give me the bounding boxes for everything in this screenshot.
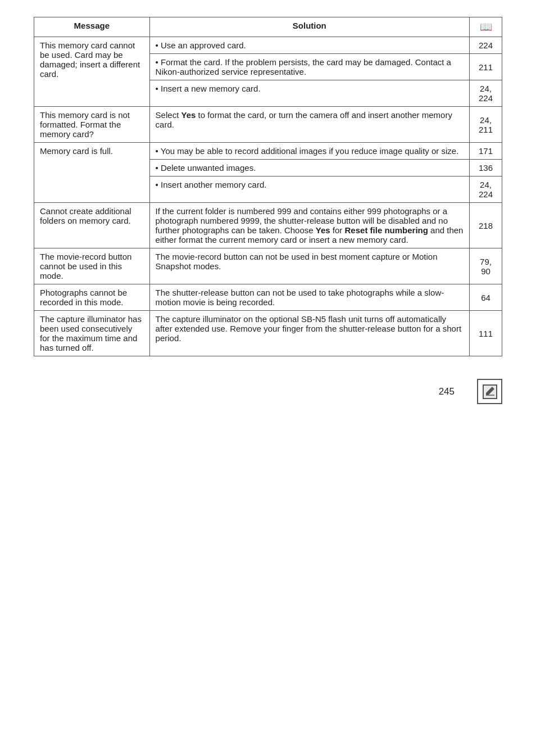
table-row: Photographs cannot be recorded in this m…	[34, 284, 502, 311]
page-number: 245	[439, 386, 455, 397]
table-row: Memory card is full. • You may be able t…	[34, 143, 502, 160]
solution-cell: • Use an approved card.	[149, 37, 469, 54]
solution-cell: The movie-record button can not be used …	[149, 248, 469, 284]
solution-cell: • Delete unwanted images.	[149, 160, 469, 176]
troubleshooting-table: Message Solution 📖 This memory card cann…	[34, 17, 502, 356]
table-row: This memory card cannot be used. Card ma…	[34, 37, 502, 54]
table-row: This memory card is not formatted. Forma…	[34, 107, 502, 143]
pencil-icon	[477, 379, 502, 404]
page-header: 📖	[470, 17, 502, 37]
solution-cell: The capture illuminator on the optional …	[149, 311, 469, 356]
solution-cell: If the current folder is numbered 999 an…	[149, 203, 469, 248]
page-cell: 64	[470, 284, 502, 311]
page-cell: 218	[470, 203, 502, 248]
page-cell: 171	[470, 143, 502, 160]
page-content: Message Solution 📖 This memory card cann…	[34, 17, 502, 404]
solution-cell: • Insert a new memory card.	[149, 80, 469, 107]
page-cell: 224	[470, 37, 502, 54]
page-cell: 24, 211	[470, 107, 502, 143]
page-cell: 24, 224	[470, 80, 502, 107]
message-cell: This memory card cannot be used. Card ma…	[34, 37, 150, 107]
page-cell: 111	[470, 311, 502, 356]
table-row: The capture illuminator has been used co…	[34, 311, 502, 356]
solution-cell: • Insert another memory card.	[149, 176, 469, 203]
message-cell: Cannot create additional folders on memo…	[34, 203, 150, 248]
message-cell: Memory card is full.	[34, 143, 150, 203]
message-cell: Photographs cannot be recorded in this m…	[34, 284, 150, 311]
table-row: Cannot create additional folders on memo…	[34, 203, 502, 248]
page-cell: 211	[470, 54, 502, 80]
page-cell: 24, 224	[470, 176, 502, 203]
message-cell: The capture illuminator has been used co…	[34, 311, 150, 356]
message-cell: The movie-record button cannot be used i…	[34, 248, 150, 284]
solution-cell: Select Yes to format the card, or turn t…	[149, 107, 469, 143]
solution-cell: The shutter-release button can not be us…	[149, 284, 469, 311]
page-cell: 79, 90	[470, 248, 502, 284]
solution-cell: • You may be able to record additional i…	[149, 143, 469, 160]
table-row: The movie-record button cannot be used i…	[34, 248, 502, 284]
solution-cell: • Format the card. If the problem persis…	[149, 54, 469, 80]
message-cell: This memory card is not formatted. Forma…	[34, 107, 150, 143]
page-cell: 136	[470, 160, 502, 176]
message-header: Message	[34, 17, 150, 37]
footer: 245	[34, 379, 502, 404]
solution-header: Solution	[149, 17, 469, 37]
